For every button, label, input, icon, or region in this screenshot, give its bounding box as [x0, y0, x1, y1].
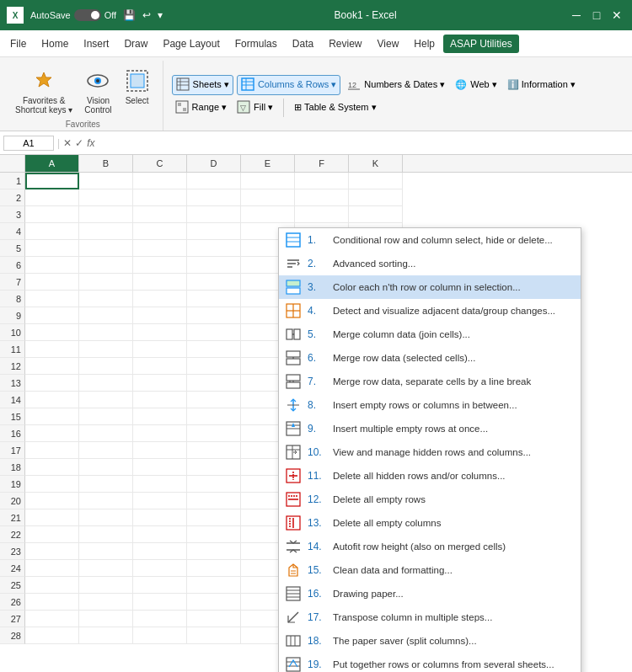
spreadsheet-cell[interactable]	[79, 611, 133, 627]
spreadsheet-cell[interactable]	[25, 375, 79, 392]
spreadsheet-cell[interactable]	[79, 189, 133, 206]
spreadsheet-cell[interactable]	[133, 611, 187, 627]
spreadsheet-cell[interactable]	[187, 189, 241, 206]
spreadsheet-cell[interactable]	[187, 493, 241, 509]
spreadsheet-cell[interactable]	[133, 543, 187, 560]
spreadsheet-cell[interactable]	[79, 291, 133, 307]
spreadsheet-cell[interactable]	[25, 560, 79, 577]
spreadsheet-cell[interactable]	[187, 173, 241, 189]
spreadsheet-cell[interactable]	[79, 408, 133, 425]
spreadsheet-cell[interactable]	[187, 577, 241, 594]
spreadsheet-cell[interactable]	[79, 627, 133, 644]
menu-view[interactable]: View	[371, 35, 406, 53]
spreadsheet-cell[interactable]	[133, 358, 187, 375]
spreadsheet-cell[interactable]	[187, 240, 241, 257]
spreadsheet-cell[interactable]	[25, 274, 79, 291]
spreadsheet-cell[interactable]	[187, 223, 241, 240]
spreadsheet-cell[interactable]	[187, 476, 241, 493]
table-system-dropdown-button[interactable]: ⊞ Table & System ▾	[291, 99, 379, 117]
spreadsheet-cell[interactable]	[187, 509, 241, 526]
numbers-dates-dropdown-button[interactable]: 12 Numbers & Dates ▾	[344, 75, 448, 95]
dropdown-menu-item[interactable]: 17.Transpose column in multiple steps...	[279, 605, 581, 629]
spreadsheet-cell[interactable]	[79, 509, 133, 526]
spreadsheet-cell[interactable]	[25, 408, 79, 425]
dropdown-menu-item[interactable]: 4.Detect and visualize adjacent data/gro…	[279, 299, 581, 323]
spreadsheet-cell[interactable]	[133, 509, 187, 526]
spreadsheet-cell[interactable]	[295, 189, 349, 206]
dropdown-menu-item[interactable]: 15.Clean data and formatting...	[279, 558, 581, 582]
dropdown-arrow-icon[interactable]: ▾	[158, 9, 163, 21]
spreadsheet-cell[interactable]	[79, 425, 133, 442]
spreadsheet-cell[interactable]	[79, 173, 133, 189]
menu-page-layout[interactable]: Page Layout	[156, 35, 226, 53]
dropdown-menu-item[interactable]: 13.Delete all empty columns	[279, 511, 581, 535]
spreadsheet-cell[interactable]	[349, 189, 403, 206]
spreadsheet-cell[interactable]	[187, 375, 241, 392]
spreadsheet-cell[interactable]	[25, 476, 79, 493]
spreadsheet-cell[interactable]	[133, 577, 187, 594]
formula-input[interactable]	[98, 136, 629, 151]
sheets-dropdown-button[interactable]: Sheets ▾	[172, 75, 233, 95]
dropdown-menu-item[interactable]: 3.Color each n'th row or column in selec…	[279, 275, 581, 299]
dropdown-menu-item[interactable]: 2.Advanced sorting...	[279, 252, 581, 275]
spreadsheet-cell[interactable]	[133, 324, 187, 341]
web-dropdown-button[interactable]: 🌐 Web ▾	[452, 75, 500, 95]
spreadsheet-cell[interactable]	[187, 324, 241, 341]
spreadsheet-cell[interactable]	[25, 240, 79, 257]
spreadsheet-cell[interactable]	[79, 442, 133, 459]
dropdown-menu-item[interactable]: 16.Drawing paper...	[279, 582, 581, 605]
spreadsheet-cell[interactable]	[133, 274, 187, 291]
spreadsheet-cell[interactable]	[25, 627, 79, 644]
col-header-c[interactable]: C	[133, 155, 187, 172]
spreadsheet-cell[interactable]	[79, 577, 133, 594]
spreadsheet-cell[interactable]	[25, 392, 79, 408]
menu-insert[interactable]: Insert	[77, 35, 115, 53]
spreadsheet-cell[interactable]	[25, 509, 79, 526]
spreadsheet-cell[interactable]	[79, 392, 133, 408]
spreadsheet-cell[interactable]	[79, 493, 133, 509]
menu-review[interactable]: Review	[322, 35, 368, 53]
spreadsheet-cell[interactable]	[187, 358, 241, 375]
spreadsheet-cell[interactable]	[187, 257, 241, 274]
menu-file[interactable]: File	[3, 35, 33, 53]
spreadsheet-cell[interactable]	[79, 341, 133, 358]
spreadsheet-cell[interactable]	[133, 291, 187, 307]
spreadsheet-cell[interactable]	[187, 425, 241, 442]
dropdown-menu-item[interactable]: 19.Put together rows or columns from sev…	[279, 653, 581, 672]
col-header-b[interactable]: B	[79, 155, 133, 172]
spreadsheet-cell[interactable]	[133, 476, 187, 493]
col-header-a[interactable]: A	[25, 155, 79, 172]
spreadsheet-cell[interactable]	[79, 274, 133, 291]
spreadsheet-cell[interactable]	[79, 206, 133, 223]
spreadsheet-cell[interactable]	[187, 611, 241, 627]
spreadsheet-cell[interactable]	[25, 543, 79, 560]
spreadsheet-cell[interactable]	[79, 240, 133, 257]
select-button[interactable]: Select	[119, 64, 156, 118]
spreadsheet-cell[interactable]	[25, 341, 79, 358]
spreadsheet-cell[interactable]	[187, 594, 241, 611]
spreadsheet-cell[interactable]	[133, 223, 187, 240]
spreadsheet-cell[interactable]	[133, 206, 187, 223]
spreadsheet-cell[interactable]	[241, 189, 295, 206]
dropdown-menu-item[interactable]: 5.Merge column data (join cells)...	[279, 323, 581, 346]
spreadsheet-cell[interactable]	[133, 526, 187, 543]
spreadsheet-cell[interactable]	[187, 560, 241, 577]
col-header-d[interactable]: D	[187, 155, 241, 172]
menu-asap-utilities[interactable]: ASAP Utilities	[443, 35, 519, 53]
spreadsheet-cell[interactable]	[133, 560, 187, 577]
spreadsheet-cell[interactable]	[79, 358, 133, 375]
menu-help[interactable]: Help	[407, 35, 442, 53]
spreadsheet-cell[interactable]	[295, 173, 349, 189]
spreadsheet-cell[interactable]	[25, 459, 79, 476]
spreadsheet-cell[interactable]	[133, 240, 187, 257]
spreadsheet-cell[interactable]	[79, 594, 133, 611]
spreadsheet-cell[interactable]	[25, 442, 79, 459]
spreadsheet-cell[interactable]	[187, 627, 241, 644]
autosave-toggle[interactable]	[74, 9, 101, 21]
spreadsheet-cell[interactable]	[349, 206, 403, 223]
spreadsheet-cell[interactable]	[295, 206, 349, 223]
name-box[interactable]	[3, 136, 54, 151]
menu-home[interactable]: Home	[35, 35, 75, 53]
spreadsheet-cell[interactable]	[133, 257, 187, 274]
spreadsheet-cell[interactable]	[25, 425, 79, 442]
